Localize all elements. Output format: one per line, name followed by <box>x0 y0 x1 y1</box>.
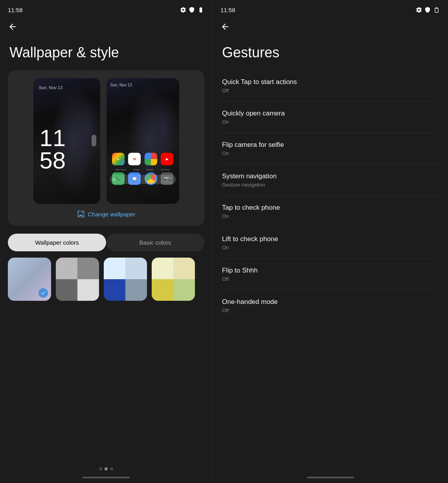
right-gear-icon <box>416 7 422 13</box>
lock-screen-preview[interactable]: Sun, Nov 13 11 58 <box>33 78 100 204</box>
gesture-item-system-nav[interactable]: System navigation Gesture navigation <box>222 165 439 196</box>
basic-colors-tab[interactable]: Basic colors <box>106 234 204 251</box>
gesture-item-open-camera[interactable]: Quickly open camera On <box>222 102 439 133</box>
wallpaper-icon <box>77 210 85 218</box>
right-back-button[interactable] <box>213 17 448 38</box>
left-back-button[interactable] <box>0 17 212 38</box>
phone-previews: Sun, Nov 13 11 58 Sun, Nov 13 ▶ <box>16 78 196 204</box>
volume-indicator <box>92 135 96 146</box>
left-status-icons <box>180 7 204 13</box>
dot-2 <box>105 467 108 470</box>
gesture-subtitle-flip-camera: On <box>222 150 439 156</box>
gesture-item-flip-shhh[interactable]: Flip to Shhh Off <box>222 259 439 290</box>
gear-icon <box>180 7 186 13</box>
gesture-item-quick-tap[interactable]: Quick Tap to start actions Off <box>222 70 439 102</box>
home-date: Sun, Nov 13 <box>110 83 132 87</box>
swatch-2[interactable] <box>56 258 99 301</box>
right-time: 11:58 <box>220 7 235 13</box>
color-tabs: Wallpaper colors Basic colors <box>8 234 204 251</box>
swatch-1[interactable] <box>8 258 51 301</box>
gesture-title-one-handed: One-handed mode <box>222 298 439 306</box>
right-status-bar: 11:58 <box>213 0 448 17</box>
right-home-indicator <box>307 477 354 478</box>
home-screen-icons: ▶ M ▶ Play StoreGmailPhotosYouTube 📞 💬 <box>106 153 179 188</box>
swatch-selected-indicator <box>39 288 48 298</box>
wallpaper-section: Sun, Nov 13 11 58 Sun, Nov 13 ▶ <box>8 70 204 226</box>
gesture-subtitle-one-handed: Off <box>222 307 439 313</box>
right-panel: 11:58 Gestures Quick Tap to start action… <box>212 0 448 483</box>
home-screen-bg: Sun, Nov 13 ▶ M ▶ Play StoreGmailPhotosY… <box>106 78 179 204</box>
photos-icon <box>145 153 157 165</box>
change-wallpaper-label: Change wallpaper <box>88 211 136 218</box>
gesture-subtitle-open-camera: On <box>222 119 439 125</box>
change-wallpaper-button[interactable]: Change wallpaper <box>77 210 136 218</box>
page-indicator <box>0 461 212 474</box>
youtube-icon: ▶ <box>161 153 173 165</box>
left-time: 11:58 <box>8 7 23 13</box>
left-status-bar: 11:58 <box>0 0 212 17</box>
lock-screen-bg: Sun, Nov 13 11 58 <box>33 78 100 204</box>
left-home-indicator <box>83 477 130 478</box>
lock-date: Sun, Nov 13 <box>39 85 63 90</box>
gesture-subtitle-flip-shhh: Off <box>222 276 439 282</box>
gesture-title-flip-shhh: Flip to Shhh <box>222 267 439 274</box>
icon-row-1: ▶ M ▶ <box>110 153 175 165</box>
gesture-subtitle-tap-check: On <box>222 213 439 219</box>
right-back-icon <box>220 22 230 31</box>
dot-1 <box>99 467 102 470</box>
left-page-title: Wallpaper & style <box>0 38 212 70</box>
right-shield-icon <box>424 7 431 13</box>
lock-time: 11 58 <box>40 128 66 172</box>
left-back-icon <box>8 22 17 31</box>
left-panel: 11:58 Wallpaper & style <box>0 0 212 483</box>
gesture-list: Quick Tap to start actions Off Quickly o… <box>213 70 448 474</box>
wallpaper-colors-tab[interactable]: Wallpaper colors <box>8 234 106 251</box>
gesture-title-tap-check: Tap to check phone <box>222 204 439 212</box>
gesture-subtitle-system-nav: Gesture navigation <box>222 182 439 188</box>
gesture-item-one-handed[interactable]: One-handed mode Off <box>222 290 439 321</box>
swatch-3[interactable] <box>104 258 147 301</box>
battery-icon <box>197 7 204 13</box>
gesture-item-tap-check[interactable]: Tap to check phone On <box>222 196 439 227</box>
right-status-icons <box>416 7 440 13</box>
gmail-icon: M <box>128 153 141 165</box>
search-bar[interactable]: G 🎤 📷 <box>110 175 176 184</box>
home-screen-preview[interactable]: Sun, Nov 13 ▶ M ▶ Play StoreGmailPhotosY… <box>106 78 179 204</box>
playstore-icon: ▶ <box>112 153 125 165</box>
gesture-title-quick-tap: Quick Tap to start actions <box>222 78 439 86</box>
dot-3 <box>110 467 113 470</box>
gesture-item-lift-check[interactable]: Lift to check phone On <box>222 227 439 259</box>
shield-icon <box>189 7 195 13</box>
right-page-title: Gestures <box>213 38 448 70</box>
gesture-subtitle-lift-check: On <box>222 245 439 251</box>
color-swatches <box>8 258 204 301</box>
gesture-subtitle-quick-tap: Off <box>222 88 439 93</box>
check-icon <box>40 290 46 296</box>
right-battery-icon <box>433 7 440 13</box>
swatch-4[interactable] <box>152 258 195 301</box>
gesture-title-open-camera: Quickly open camera <box>222 110 439 117</box>
gesture-title-system-nav: System navigation <box>222 172 439 180</box>
gesture-title-flip-camera: Flip camera for selfie <box>222 141 439 149</box>
gesture-title-lift-check: Lift to check phone <box>222 235 439 243</box>
gesture-item-flip-camera[interactable]: Flip camera for selfie On <box>222 133 439 165</box>
